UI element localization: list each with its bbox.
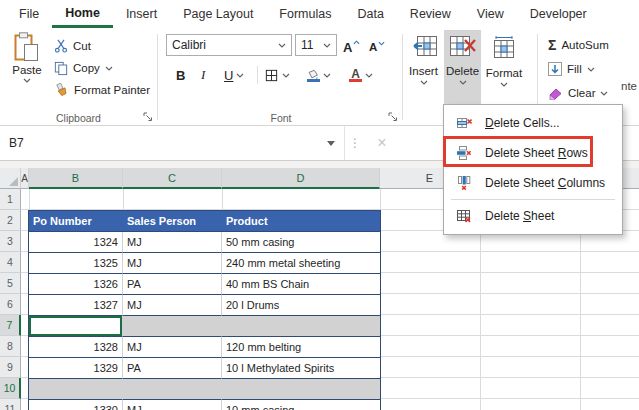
ribbon-tab-bar: File Home Insert Page Layout Formulas Da… <box>0 0 639 28</box>
cell-C6[interactable]: MJ <box>123 295 222 316</box>
column-header-b[interactable]: B <box>29 168 123 189</box>
tab-view[interactable]: View <box>464 0 517 28</box>
cell-B5[interactable]: 1326 <box>29 274 123 295</box>
cell-B6[interactable]: 1327 <box>29 295 123 316</box>
tab-developer[interactable]: Developer <box>517 0 600 28</box>
font-color-button[interactable]: A <box>349 64 373 86</box>
format-painter-button[interactable]: Format Painter <box>54 80 150 100</box>
column-header-d[interactable]: D <box>222 168 380 189</box>
cell-C5[interactable]: PA <box>123 274 222 295</box>
italic-button[interactable]: I <box>201 64 205 86</box>
tab-review[interactable]: Review <box>397 0 464 28</box>
cell-B7-active[interactable] <box>29 316 123 337</box>
menu-item-delete-sheet-columns[interactable]: Delete Sheet Columns <box>444 168 622 198</box>
menu-item-delete-cells[interactable]: Delete Cells... <box>444 108 622 138</box>
row-header-11[interactable]: 11 <box>0 399 21 410</box>
insert-cells-button[interactable]: Insert <box>405 30 442 108</box>
column-header-a[interactable]: A <box>21 168 29 189</box>
table-header-cell[interactable]: Po Number <box>29 211 123 232</box>
font-size-combo[interactable]: 11 <box>295 34 337 56</box>
delete-sheet-rows-icon <box>456 145 472 161</box>
row-header-7[interactable]: 7 <box>0 315 21 336</box>
cell-B9[interactable]: 1329 <box>29 358 123 379</box>
cut-button[interactable]: Cut <box>54 36 91 56</box>
cell-B11[interactable]: 1330 <box>29 400 123 410</box>
cell-D11[interactable]: 10 mm casing <box>222 400 380 410</box>
cell-D5[interactable]: 40 mm BS Chain <box>222 274 380 295</box>
cell-D8[interactable]: 120 mm belting <box>222 337 380 358</box>
paste-icon <box>14 32 40 62</box>
format-cells-button[interactable]: Format <box>483 30 525 108</box>
clipboard-dialog-launcher[interactable] <box>143 112 153 122</box>
font-dialog-launcher[interactable] <box>388 112 398 122</box>
tab-formulas[interactable]: Formulas <box>266 0 344 28</box>
row-header-5[interactable]: 5 <box>0 273 21 294</box>
cell-B3[interactable]: 1324 <box>29 232 123 253</box>
cell-D6[interactable]: 20 l Drums <box>222 295 380 316</box>
table-header-cell[interactable]: Sales Person <box>123 211 222 232</box>
name-box[interactable]: B7 <box>0 126 345 160</box>
cell-C4[interactable]: MJ <box>123 253 222 274</box>
row-header-2[interactable]: 2 <box>0 210 21 231</box>
delete-sheet-columns-icon <box>456 175 472 191</box>
row-headers: 1 2 3 4 5 6 7 8 9 10 11 <box>0 189 21 410</box>
name-box-dropdown-icon[interactable] <box>327 141 335 146</box>
cell-D4[interactable]: 240 mm metal sheeting <box>222 253 380 274</box>
borders-button[interactable] <box>264 64 290 86</box>
cell-B4[interactable]: 1325 <box>29 253 123 274</box>
column-header-c[interactable]: C <box>123 168 222 189</box>
cell-B8[interactable]: 1328 <box>29 337 123 358</box>
copy-label: Copy <box>73 62 100 74</box>
autosum-button[interactable]: Σ AutoSum <box>548 36 609 54</box>
small-separator <box>257 66 258 84</box>
cell-C11[interactable]: MJ <box>123 400 222 410</box>
shrink-font-button[interactable]: A <box>369 36 385 58</box>
format-painter-brush-icon <box>54 83 69 98</box>
copy-button[interactable]: Copy <box>54 58 113 78</box>
delete-cells-icon <box>456 115 472 131</box>
formula-bar-grip-icon[interactable]: ⋮ <box>345 126 365 160</box>
row-header-1[interactable]: 1 <box>0 189 21 210</box>
cell-C9[interactable]: PA <box>123 358 222 379</box>
tab-insert[interactable]: Insert <box>113 0 170 28</box>
cell-C10[interactable] <box>123 379 222 400</box>
chevron-down-icon <box>105 66 113 71</box>
chevron-up-icon <box>353 40 360 45</box>
underline-button[interactable]: U <box>224 64 244 86</box>
font-name-combo[interactable]: Calibri <box>166 34 292 56</box>
format-cells-icon <box>492 36 516 58</box>
chevron-down-icon <box>23 78 31 83</box>
delete-cells-button[interactable]: Delete <box>444 30 481 108</box>
cell-C7[interactable] <box>123 316 222 337</box>
table-header-cell[interactable]: Product <box>222 211 380 232</box>
font-size-value: 11 <box>301 38 313 52</box>
cell-D7[interactable] <box>222 316 380 337</box>
autosum-label: AutoSum <box>561 39 608 51</box>
row-header-10[interactable]: 10 <box>0 378 21 399</box>
fill-color-button[interactable] <box>306 64 331 86</box>
tab-file[interactable]: File <box>6 0 52 28</box>
bold-button[interactable]: B <box>176 64 185 86</box>
cell-C8[interactable]: MJ <box>123 337 222 358</box>
cell-D10[interactable] <box>222 379 380 400</box>
cell-B10[interactable] <box>29 379 123 400</box>
row-header-6[interactable]: 6 <box>0 294 21 315</box>
chevron-down-icon <box>236 73 244 78</box>
cell-D3[interactable]: 50 mm casing <box>222 232 380 253</box>
tab-data[interactable]: Data <box>344 0 396 28</box>
row-header-4[interactable]: 4 <box>0 252 21 273</box>
tab-home[interactable]: Home <box>52 0 113 28</box>
menu-item-delete-sheet[interactable]: Delete Sheet <box>444 201 622 231</box>
paste-button[interactable]: Paste <box>6 32 48 106</box>
fill-button[interactable]: Fill <box>548 60 595 78</box>
tab-page-layout[interactable]: Page Layout <box>170 0 266 28</box>
row-header-9[interactable]: 9 <box>0 357 21 378</box>
cell-D9[interactable]: 10 l Methylated Spirits <box>222 358 380 379</box>
row-header-3[interactable]: 3 <box>0 231 21 252</box>
cell-C3[interactable]: MJ <box>123 232 222 253</box>
select-all-button[interactable] <box>0 168 21 189</box>
grow-font-button[interactable]: A <box>343 36 360 58</box>
menu-item-delete-sheet-rows[interactable]: Delete Sheet Rows <box>444 138 622 168</box>
clear-button[interactable]: Clear <box>548 84 608 102</box>
row-header-8[interactable]: 8 <box>0 336 21 357</box>
